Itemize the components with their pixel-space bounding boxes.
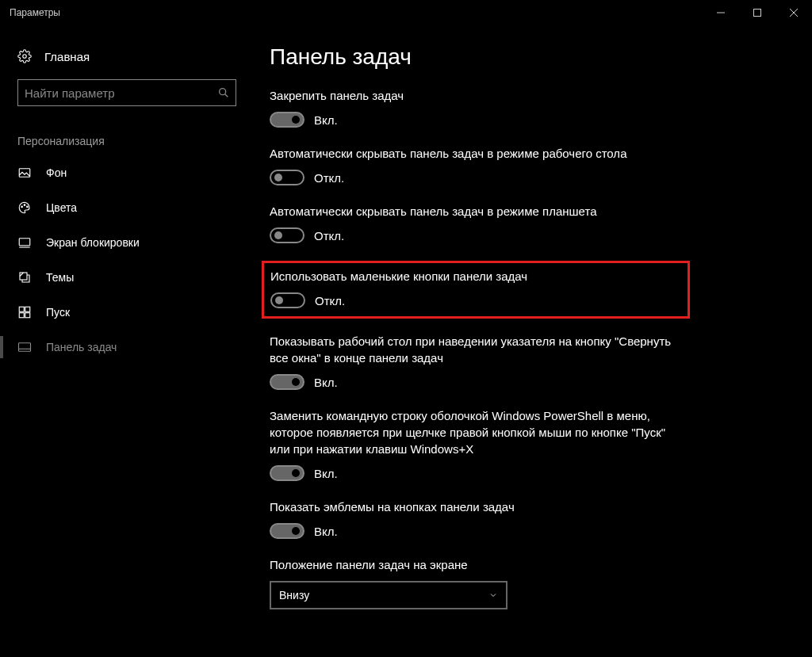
close-button[interactable] (776, 0, 812, 25)
highlighted-setting: Использовать маленькие кнопки панели зад… (262, 261, 690, 319)
start-icon (17, 305, 32, 319)
svg-point-5 (220, 89, 226, 95)
svg-rect-17 (25, 313, 30, 318)
search-icon (217, 86, 230, 99)
svg-rect-18 (19, 343, 31, 352)
setting-label: Показать эмблемы на кнопках панели задач (270, 498, 682, 515)
toggle-switch[interactable] (270, 374, 304, 390)
dropdown-value: Внизу (279, 589, 309, 602)
toggle-state-label: Откл. (314, 229, 344, 243)
sidebar-item-label: Цвета (46, 201, 77, 214)
search-box (17, 79, 236, 106)
home-button[interactable]: Главная (0, 41, 254, 71)
setting-3: Использовать маленькие кнопки панели зад… (270, 268, 681, 308)
setting-label: Заменить командную строку оболочкой Wind… (270, 407, 682, 457)
toggle-state-label: Вкл. (314, 525, 338, 538)
page-title: Панель задач (270, 44, 780, 70)
setting-2: Автоматически скрывать панель задач в ре… (270, 203, 682, 243)
toggle-switch[interactable] (270, 170, 304, 185)
sidebar-item-label: Пуск (46, 306, 70, 319)
minimize-button[interactable] (703, 0, 739, 25)
svg-rect-13 (20, 273, 27, 280)
taskbar-position-setting: Положение панели задач на экране Внизу (270, 556, 682, 609)
svg-point-10 (27, 206, 29, 208)
sidebar-item-background[interactable]: Фон (0, 155, 254, 190)
search-input[interactable] (17, 79, 236, 106)
svg-point-8 (21, 206, 23, 208)
themes-icon (17, 270, 32, 285)
gear-icon (17, 49, 32, 63)
taskbar-position-dropdown[interactable]: Внизу (270, 581, 508, 609)
svg-rect-15 (25, 307, 30, 311)
toggle-state-label: Вкл. (314, 467, 338, 480)
setting-label: Показывать рабочий стол при наведении ук… (270, 333, 682, 366)
maximize-button[interactable] (739, 0, 776, 25)
setting-label: Автоматически скрывать панель задач в ре… (270, 145, 682, 162)
toggle-state-label: Откл. (314, 171, 344, 185)
sidebar-item-label: Фон (46, 166, 67, 179)
category-label: Персонализация (0, 120, 254, 155)
chevron-down-icon (488, 590, 498, 600)
setting-0: Закрепить панель задачВкл. (270, 87, 682, 128)
sidebar-item-colors[interactable]: Цвета (0, 190, 254, 225)
setting-label: Использовать маленькие кнопки панели зад… (270, 268, 681, 285)
toggle-switch[interactable] (270, 227, 304, 243)
home-label: Главная (44, 50, 90, 63)
palette-icon (17, 201, 32, 215)
sidebar-item-taskbar[interactable]: Панель задач (0, 330, 254, 365)
sidebar-item-label: Панель задач (46, 341, 117, 353)
svg-rect-11 (19, 239, 30, 246)
sidebar-item-label: Темы (46, 271, 74, 284)
setting-1: Автоматически скрывать панель задач в ре… (270, 145, 682, 185)
setting-label: Закрепить панель задач (270, 87, 682, 104)
sidebar: Главная Персонализация Фон Цвета (0, 25, 254, 657)
toggle-switch[interactable] (270, 523, 304, 539)
lockscreen-icon (17, 235, 32, 250)
svg-rect-7 (19, 169, 30, 178)
svg-point-9 (24, 204, 25, 206)
toggle-state-label: Вкл. (314, 113, 338, 127)
main-panel: Панель задач Закрепить панель задачВкл.А… (254, 25, 812, 657)
setting-label: Автоматически скрывать панель задач в ре… (270, 203, 682, 220)
svg-rect-16 (19, 313, 24, 318)
toggle-switch[interactable] (270, 292, 305, 308)
toggle-state-label: Вкл. (314, 376, 338, 389)
svg-rect-14 (19, 307, 24, 311)
toggle-switch[interactable] (270, 465, 304, 481)
setting-6: Показать эмблемы на кнопках панели задач… (270, 498, 682, 539)
sidebar-item-themes[interactable]: Темы (0, 260, 254, 295)
svg-point-4 (23, 55, 27, 59)
svg-line-6 (225, 94, 228, 97)
sidebar-item-lockscreen[interactable]: Экран блокировки (0, 225, 254, 260)
titlebar: Параметры (0, 0, 812, 25)
sidebar-item-label: Экран блокировки (46, 236, 140, 249)
image-icon (17, 166, 32, 180)
toggle-state-label: Откл. (315, 294, 345, 307)
setting-4: Показывать рабочий стол при наведении ук… (270, 333, 682, 390)
setting-label: Положение панели задач на экране (270, 556, 682, 573)
taskbar-icon (17, 340, 32, 354)
sidebar-item-start[interactable]: Пуск (0, 295, 254, 330)
toggle-switch[interactable] (270, 112, 304, 128)
window-title: Параметры (10, 7, 60, 18)
svg-rect-1 (754, 10, 761, 17)
window-controls (703, 0, 812, 25)
setting-5: Заменить командную строку оболочкой Wind… (270, 407, 682, 481)
